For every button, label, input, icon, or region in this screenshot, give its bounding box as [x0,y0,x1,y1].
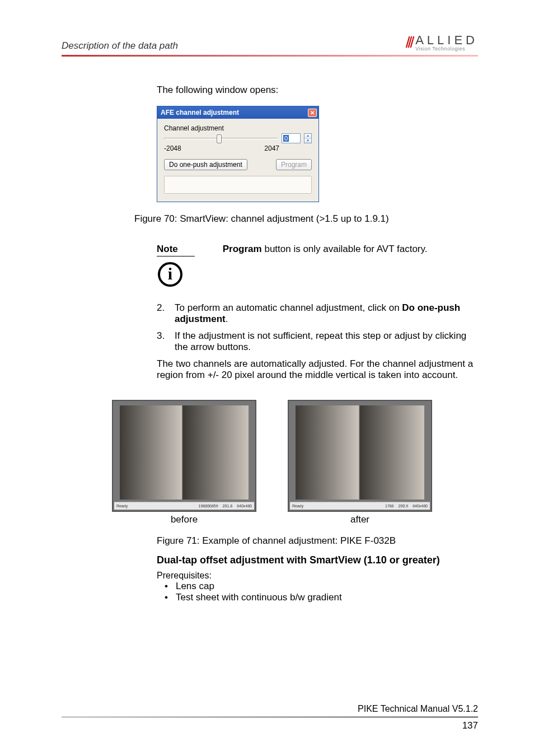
slider-min: -2048 [164,144,181,152]
figure-71-caption: Figure 71: Example of channel adjustment… [157,535,478,547]
note-label: Note [157,244,195,256]
dialog-title: AFE channel adjustment [161,109,239,116]
chevron-up-icon[interactable]: ▲ [305,134,311,139]
dual-tap-heading: Dual-tap offset adjustment with SmartVie… [157,554,478,566]
channel-value-input[interactable]: 0 [282,133,301,143]
channel-adjustment-label: Channel adjustment [164,124,312,132]
footer-doc-title: PIKE Technical Manual V5.1.2 [62,704,478,714]
logo-sub-text: Vision Technologies [415,46,478,52]
info-icon: i [158,262,182,287]
message-area [164,176,312,194]
after-image: Ready 1786 200.9 640x480 [288,400,432,512]
after-label: after [288,514,432,525]
slider-max: 2047 [264,144,279,152]
one-push-button[interactable]: Do one-push adjustment [164,159,247,170]
channel-spinner[interactable]: ▲ ▼ [304,133,312,143]
logo: /// ALLIED Vision Technologies [406,34,478,52]
figure-70-caption: Figure 70: SmartView: channel adjustment… [134,213,478,225]
slider-thumb-icon[interactable] [217,134,222,143]
before-statusbar: Ready 198806859 201.8 640x480 [114,502,254,510]
footer-rule [62,716,478,718]
prerequisites-label: Prerequisites: [157,571,478,581]
auto-adjust-paragraph: The two channels are automatically adjus… [157,358,478,381]
close-icon[interactable]: ✕ [308,109,317,117]
logo-slashes-icon: /// [406,34,412,52]
logo-main-text: ALLIED [415,34,478,46]
after-statusbar: Ready 1786 200.9 640x480 [290,502,430,510]
before-label: before [112,514,256,525]
program-button: Program [276,159,312,170]
step-3: 3. If the adjustment is not sufficient, … [157,330,478,353]
intro-text: The following window opens: [157,85,478,96]
before-image: Ready 198806859 201.8 640x480 [112,400,256,512]
page-number: 137 [62,720,478,731]
step-2: 2. To perform an automatic channel adjus… [157,302,478,325]
channel-slider[interactable] [164,133,278,143]
chevron-down-icon[interactable]: ▼ [305,139,311,143]
bullet-lens-cap: Lens cap [157,581,478,592]
bullet-test-sheet: Test sheet with continuous b/w gradient [157,592,478,603]
note-text: Program button is only available for AVT… [223,244,428,255]
afe-dialog: AFE channel adjustment ✕ Channel adjustm… [157,106,319,202]
header-rule [62,55,478,57]
section-header: Description of the data path [62,40,178,52]
